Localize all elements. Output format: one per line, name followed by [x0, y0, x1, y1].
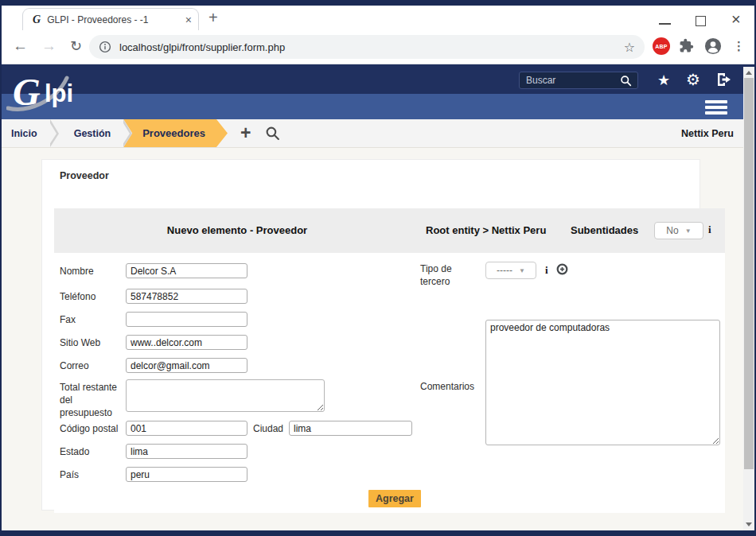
agregar-button[interactable]: Agregar [368, 490, 421, 507]
extensions-puzzle-icon[interactable] [679, 38, 694, 53]
telefono-label: Teléfono [60, 290, 95, 303]
tab-title: GLPI - Proveedores - -1 [47, 14, 181, 25]
window-close-button[interactable]: × [731, 11, 741, 27]
sitio-web-label: Sitio Web [60, 336, 100, 349]
page-scrollbar[interactable] [743, 67, 754, 530]
codigo-postal-input[interactable] [126, 421, 247, 436]
glpi-header: ★ ⚙ [2, 64, 754, 94]
scroll-down-arrow-icon[interactable] [746, 522, 752, 526]
browser-window: G GLPI - Proveedores - -1 × + × ← → ↻ lo… [0, 0, 756, 536]
estado-label: Estado [60, 445, 89, 458]
window-frame-bottom [0, 530, 756, 536]
search-icon[interactable] [620, 75, 632, 87]
fax-input[interactable] [126, 312, 247, 327]
fax-label: Fax [60, 313, 76, 326]
browser-toolbar: ← → ↻ localhost/glpi/front/supplier.form… [2, 30, 754, 64]
site-info-icon[interactable] [99, 41, 111, 53]
add-tipo-tercero-icon[interactable] [556, 263, 568, 275]
telefono-input[interactable] [126, 289, 247, 304]
page-content: Proveedor Nuevo elemento - Proveedor Roo… [2, 148, 743, 530]
add-item-icon[interactable]: + [240, 124, 251, 142]
breadcrumb-item-gestion[interactable]: Gestión [61, 119, 124, 147]
breadcrumb-item-inicio[interactable]: Inicio [2, 119, 50, 147]
ciudad-input[interactable] [289, 421, 412, 436]
address-bar[interactable]: localhost/glpi/front/supplier.form.php ☆ [89, 35, 645, 59]
sitio-web-input[interactable] [126, 335, 247, 350]
chevron-down-icon: ▼ [519, 267, 525, 274]
form-tab-proveedor[interactable]: Proveedor [60, 170, 109, 181]
nombre-input[interactable] [126, 263, 247, 278]
minimize-button[interactable] [659, 23, 671, 25]
pais-input[interactable] [126, 467, 247, 482]
pais-label: País [60, 468, 79, 481]
search-input[interactable] [520, 75, 620, 86]
tipo-tercero-info-icon[interactable]: i [545, 264, 548, 277]
subentities-dropdown[interactable]: No ▼ [654, 222, 703, 239]
adblock-extension-icon[interactable]: ABP [653, 37, 670, 55]
subentities-label: Subentidades [571, 224, 638, 236]
correo-input[interactable] [126, 358, 247, 373]
scrollbar-thumb[interactable] [744, 78, 754, 469]
url-text[interactable]: localhost/glpi/front/supplier.form.php [119, 41, 285, 53]
codigo-postal-label: Código postal [60, 422, 118, 435]
glpi-logo[interactable]: G lpi [6, 67, 102, 118]
chevron-separator-icon [50, 119, 61, 147]
correo-label: Correo [60, 359, 89, 372]
glpi-subheader [2, 94, 754, 119]
browser-menu-icon[interactable]: ⋮ [733, 39, 745, 53]
list-search-icon[interactable] [265, 126, 280, 141]
window-frame-left [0, 0, 2, 536]
chevron-separator-icon [123, 119, 134, 147]
glpi-logo-g: G [13, 71, 41, 113]
browser-tab[interactable]: G GLPI - Proveedores - -1 × [22, 8, 199, 31]
tipo-tercero-dropdown[interactable]: ----- ▼ [485, 262, 536, 279]
profile-avatar-icon[interactable] [704, 37, 722, 55]
comentarios-textarea[interactable]: proveedor de computadoras [485, 320, 720, 445]
logout-icon[interactable] [715, 72, 733, 87]
breadcrumb-item-proveedores-active[interactable]: Proveedores [123, 119, 228, 147]
comentarios-label: Comentarios [420, 380, 474, 393]
bookmark-star-icon[interactable]: ☆ [624, 40, 635, 55]
breadcrumb: Inicio Gestión Proveedores + Nettix Peru [2, 119, 743, 148]
nombre-label: Nombre [60, 265, 94, 278]
hamburger-menu-icon[interactable] [705, 100, 727, 117]
new-tab-button[interactable]: + [208, 9, 218, 27]
form-title: Nuevo elemento - Proveedor [102, 224, 372, 236]
refresh-button[interactable]: ↻ [70, 37, 82, 55]
entity-path: Root entity > Nettix Peru [426, 224, 546, 236]
glpi-logo-rest: lpi [45, 80, 73, 107]
chevron-down-icon: ▼ [685, 227, 692, 235]
favorites-star-icon[interactable]: ★ [657, 72, 670, 89]
glpi-favicon-icon: G [33, 14, 41, 26]
window-frame-top [0, 0, 756, 6]
tab-close-icon[interactable]: × [185, 14, 192, 25]
back-button[interactable]: ← [13, 37, 28, 55]
global-search-box[interactable] [519, 72, 638, 89]
form-body: Nombre Teléfono Fax Sitio Web Correo Tot… [54, 253, 725, 513]
current-entity-label[interactable]: Nettix Peru [681, 128, 743, 139]
tipo-tercero-value: ----- [497, 265, 512, 276]
browser-tab-strip: G GLPI - Proveedores - -1 × + × [2, 6, 754, 30]
ciudad-label: Ciudad [253, 422, 283, 435]
presupuesto-label: Total restante del presupuesto [60, 381, 127, 420]
supplier-form: Nuevo elemento - Proveedor Root entity >… [54, 208, 725, 513]
tipo-tercero-label: Tipo de tercero [420, 262, 470, 288]
subentities-info-icon[interactable]: i [708, 223, 711, 236]
estado-input[interactable] [126, 444, 247, 459]
form-header-band: Nuevo elemento - Proveedor Root entity >… [54, 208, 725, 253]
settings-gear-icon[interactable]: ⚙ [686, 70, 700, 89]
scroll-up-arrow-icon[interactable] [746, 71, 752, 75]
subentities-value: No [666, 225, 678, 236]
maximize-button[interactable] [696, 16, 706, 26]
presupuesto-textarea[interactable] [126, 379, 325, 412]
forward-button: → [41, 37, 57, 55]
